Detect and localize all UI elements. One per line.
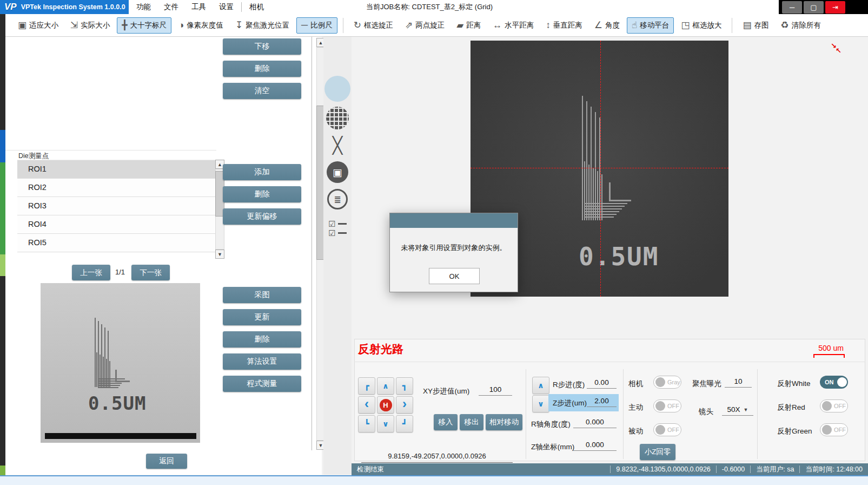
recipe-icon[interactable]: ≣ bbox=[326, 187, 349, 211]
toolbar-actual-size[interactable]: ⇲实际大小 bbox=[65, 17, 115, 34]
roi-list-item[interactable]: ROI6 bbox=[17, 252, 215, 253]
toolbar-scale-ruler[interactable]: ─比例尺 bbox=[296, 17, 337, 34]
wafer-grid-icon[interactable] bbox=[326, 106, 349, 130]
roi-list-item[interactable]: ROI2 bbox=[17, 179, 215, 197]
roi-list-item[interactable]: ROI5 bbox=[17, 234, 215, 252]
toolbar-angle[interactable]: ∠角度 bbox=[589, 17, 625, 34]
dialog-ok-button[interactable]: OK bbox=[429, 268, 480, 284]
reflect-green-toggle[interactable]: OFF bbox=[820, 423, 848, 436]
toolbar-h-distance[interactable]: ↔水平距离 bbox=[488, 17, 539, 34]
dpad-move-up-button[interactable]: ∧ bbox=[377, 377, 394, 395]
move-out-button[interactable]: 移出 bbox=[460, 414, 483, 430]
dropdown-caret-icon: ▼ bbox=[744, 407, 748, 412]
program-measure-button[interactable]: 程式测量 bbox=[223, 376, 301, 392]
next-image-button[interactable]: 下一张 bbox=[131, 265, 170, 280]
z-step-down-button[interactable]: ∨ bbox=[532, 395, 549, 412]
move-in-button[interactable]: 移入 bbox=[434, 414, 458, 430]
z-coord-input[interactable]: 0.000 bbox=[573, 441, 617, 451]
point-list-buttons: 下移删除清空 bbox=[223, 38, 301, 99]
move-up-right-icon: ┓ bbox=[402, 381, 407, 391]
camera-l-mark bbox=[609, 182, 631, 201]
title-bar: VP VPTek Inspection System 1.0.0.0 功能文件工… bbox=[0, 0, 868, 14]
z-step-label: Z步进(um) bbox=[553, 398, 587, 408]
status-bar: 检测结束 9.8232,-48.1305,0.0000,0.0926-0.600… bbox=[352, 463, 868, 475]
dpad-move-down-right-button[interactable]: ┛ bbox=[396, 415, 413, 432]
r-step-input[interactable]: 0.00 bbox=[587, 378, 617, 389]
toolbar-v-distance[interactable]: ↕垂直距离 bbox=[541, 17, 587, 34]
z-step-input[interactable]: 2.00 bbox=[587, 397, 617, 407]
clear-all-icon: ♻ bbox=[780, 21, 789, 30]
reflect-red-toggle[interactable]: OFF bbox=[820, 399, 848, 412]
toolbar-focus-laser-pos[interactable]: ↧聚焦激光位置 bbox=[230, 17, 294, 34]
collapse-view-icon2[interactable]: ↖ bbox=[836, 47, 842, 54]
roi-buttons: 添加删除更新偏移 bbox=[223, 164, 301, 225]
delete-roi-button[interactable]: 删除 bbox=[223, 186, 301, 202]
desktop-edge-blue bbox=[0, 130, 5, 162]
xy-step-input[interactable]: 100 bbox=[479, 385, 512, 396]
update-button[interactable]: 更新 bbox=[223, 309, 301, 325]
lens-value: 50X bbox=[727, 405, 740, 414]
update-offset-button[interactable]: 更新偏移 bbox=[223, 208, 301, 225]
desktop-edge bbox=[0, 14, 5, 485]
menu-bar: 功能文件工具设置相机 bbox=[130, 0, 270, 14]
menu-tools[interactable]: 工具 bbox=[185, 0, 213, 14]
image-frame-icon[interactable]: ▣ bbox=[326, 160, 349, 184]
delete-point-button[interactable]: 删除 bbox=[223, 61, 301, 77]
passive-toggle[interactable]: OFF bbox=[653, 423, 681, 436]
menu-function[interactable]: 功能 bbox=[130, 0, 157, 14]
toolbar-move-stage[interactable]: ☝移动平台 bbox=[627, 17, 674, 34]
toolbar-box-rotate[interactable]: ↻框选旋正 bbox=[349, 17, 398, 34]
roi-list-item[interactable]: ROI1 bbox=[17, 160, 215, 179]
dialog-header[interactable] bbox=[390, 213, 518, 228]
clear-points-button[interactable]: 清空 bbox=[223, 83, 301, 99]
move-down-button[interactable]: 下移 bbox=[223, 38, 301, 55]
menu-camera[interactable]: 相机 bbox=[243, 0, 270, 14]
roi-scroll-down[interactable]: ▼ bbox=[215, 250, 224, 259]
close-button[interactable]: ⇥ bbox=[825, 1, 845, 14]
stage-coords-underline bbox=[361, 462, 513, 463]
toolbar-pixel-gray-value[interactable]: ◑像素灰度值 bbox=[174, 17, 228, 34]
tools-icon[interactable]: ╳ bbox=[326, 133, 349, 157]
toolbar-big-cross-ruler[interactable]: ╋大十字标尺 bbox=[117, 17, 171, 34]
toolbar-distance[interactable]: ▰距离 bbox=[452, 17, 486, 34]
roi-list-item[interactable]: ROI3 bbox=[17, 197, 215, 215]
dpad-move-up-right-button[interactable]: ┓ bbox=[396, 377, 413, 395]
algorithm-settings-button[interactable]: 算法设置 bbox=[223, 353, 301, 370]
capture-button[interactable]: 采图 bbox=[223, 287, 301, 303]
toolbar-fit-size[interactable]: ▣适应大小 bbox=[13, 17, 63, 34]
toolbar-two-point-rotate[interactable]: ⇗两点旋正 bbox=[400, 17, 449, 34]
camera-icon[interactable]: ◉ bbox=[326, 77, 349, 101]
maximize-button[interactable]: ▢ bbox=[804, 1, 824, 14]
back-button[interactable]: 返回 bbox=[146, 454, 187, 469]
dpad-move-left-button[interactable]: ‹ bbox=[358, 396, 375, 414]
menu-file[interactable]: 文件 bbox=[157, 0, 185, 14]
z-home-button[interactable]: 小Z回零 bbox=[640, 444, 675, 460]
v-distance-icon: ↕ bbox=[546, 21, 551, 30]
dpad-home-button[interactable]: H bbox=[377, 396, 394, 414]
menu-settings[interactable]: 设置 bbox=[213, 0, 240, 14]
lens-dropdown[interactable]: 50X ▼ bbox=[722, 405, 753, 416]
dpad-move-right-button[interactable]: › bbox=[396, 396, 413, 414]
toolbar-box-zoom[interactable]: ◳框选放大 bbox=[676, 17, 726, 34]
checklist-icon[interactable]: ☑☑ bbox=[326, 217, 349, 240]
status-message: 检测结束 bbox=[352, 465, 610, 474]
toolbar-save-image[interactable]: ▤存图 bbox=[738, 17, 773, 34]
reflect-white-toggle[interactable]: ON bbox=[820, 376, 848, 389]
delete-image-button[interactable]: 删除 bbox=[223, 331, 301, 348]
dpad-move-up-left-button[interactable]: ┏ bbox=[358, 377, 375, 395]
toolbar-clear-all[interactable]: ♻清除所有 bbox=[776, 17, 825, 34]
active-toggle[interactable]: OFF bbox=[653, 399, 681, 412]
r-step-up-button[interactable]: ∧ bbox=[532, 377, 549, 394]
add-roi-button[interactable]: 添加 bbox=[223, 164, 301, 180]
dpad-move-down-button[interactable]: ∨ bbox=[377, 415, 394, 432]
minimize-button[interactable]: ─ bbox=[782, 1, 802, 14]
up-chevron-icon: ∧ bbox=[538, 381, 544, 390]
r-angle-input[interactable]: 0.000 bbox=[573, 418, 617, 428]
prev-image-button[interactable]: 上一张 bbox=[72, 265, 110, 280]
status-right: 9.8232,-48.1305,0.0000,0.0926-0.6000当前用户… bbox=[610, 465, 868, 474]
camera-gray-toggle[interactable]: Gray bbox=[653, 376, 681, 389]
relative-move-button[interactable]: 相对移动 bbox=[486, 414, 522, 430]
roi-list-item[interactable]: ROI4 bbox=[17, 215, 215, 234]
dpad-move-down-left-button[interactable]: ┗ bbox=[358, 415, 375, 432]
focus-exposure-input[interactable]: 10 bbox=[725, 377, 752, 388]
